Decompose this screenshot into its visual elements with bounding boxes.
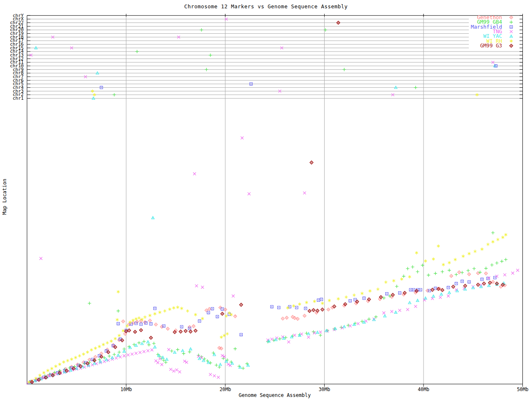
data-point-marker [165, 358, 168, 360]
data-point-marker [416, 270, 419, 273]
data-point-marker [304, 307, 307, 310]
data-point-marker [116, 318, 119, 321]
x-axis-tick-label: 40Mb [418, 387, 429, 392]
data-point-marker [176, 305, 179, 309]
data-point-marker [400, 277, 403, 281]
data-point-marker [492, 240, 495, 244]
data-point-marker [357, 322, 360, 325]
data-point-marker [308, 309, 311, 313]
data-point-marker [394, 311, 397, 313]
data-point-marker [402, 275, 405, 278]
data-point-marker [354, 298, 356, 301]
data-point-marker [147, 340, 150, 343]
data-point-marker [466, 269, 470, 272]
data-point-marker [392, 279, 395, 282]
data-point-marker [82, 352, 85, 356]
data-point-marker [164, 361, 167, 364]
data-point-marker [287, 340, 290, 343]
data-point-marker [296, 306, 298, 309]
data-point-marker [221, 312, 224, 315]
data-point-marker [167, 348, 170, 351]
data-point-marker [241, 367, 245, 370]
data-point-marker [168, 308, 171, 311]
data-point-marker [245, 362, 249, 365]
data-point-marker [320, 298, 323, 300]
data-point-marker [372, 318, 375, 321]
data-point-marker [296, 317, 299, 320]
y-axis-title: Map Location [2, 179, 7, 215]
data-point-marker [505, 233, 507, 236]
data-point-marker [434, 287, 436, 290]
data-point-marker [220, 335, 223, 339]
data-point-marker [271, 338, 273, 341]
x-axis-tick-label: 30Mb [319, 387, 330, 392]
data-point-marker [500, 260, 503, 263]
data-point-marker [293, 334, 296, 337]
data-point-marker [175, 369, 178, 372]
x-axis-title: Genome Sequence Assembly [239, 392, 310, 398]
data-point-marker [115, 357, 118, 360]
data-point-marker [293, 316, 296, 320]
data-point-marker [110, 340, 113, 343]
data-point-marker [74, 356, 77, 359]
data-point-marker [441, 270, 444, 273]
data-point-marker [349, 325, 352, 328]
data-point-marker [166, 327, 170, 330]
data-point-marker [412, 288, 415, 291]
data-point-marker [307, 336, 310, 339]
data-point-marker [281, 317, 285, 320]
data-point-marker [398, 309, 401, 312]
data-point-marker [117, 290, 120, 293]
data-point-marker [158, 311, 161, 314]
data-point-marker [205, 68, 208, 71]
data-point-marker [135, 352, 138, 355]
data-point-marker [39, 374, 42, 377]
data-point-marker [291, 315, 294, 319]
data-point-marker [510, 35, 513, 37]
data-point-marker [321, 308, 324, 311]
data-point-marker [118, 334, 121, 337]
data-point-marker [305, 332, 308, 335]
data-point-marker [47, 369, 49, 372]
data-point-marker [363, 297, 365, 299]
data-point-marker [409, 288, 412, 291]
data-point-marker [216, 315, 219, 318]
data-point-marker [138, 341, 141, 345]
data-point-marker [147, 343, 150, 347]
data-point-marker [147, 349, 150, 352]
data-point-marker [461, 271, 464, 274]
data-point-marker [327, 308, 330, 311]
data-point-marker [455, 282, 458, 285]
data-point-marker [484, 272, 488, 275]
data-point-marker [211, 308, 214, 310]
data-point-marker [180, 325, 183, 328]
data-point-marker [448, 291, 451, 293]
legend: GenethonGM99 GB4MarshfieldTNGWI YACWI RH… [471, 14, 513, 49]
data-point-marker [382, 311, 385, 314]
data-point-marker [483, 282, 486, 285]
data-point-marker [116, 309, 120, 313]
data-point-marker [285, 316, 288, 320]
data-point-marker [278, 306, 280, 309]
data-point-marker [215, 364, 218, 367]
data-point-marker [203, 357, 206, 361]
chart-title: Chromosome 12 Markers vs Genome Sequence… [0, 3, 532, 10]
data-point-marker [160, 363, 163, 366]
data-point-marker [179, 330, 182, 333]
data-point-marker [303, 314, 306, 318]
data-point-marker [153, 345, 156, 348]
data-point-marker [415, 251, 418, 254]
data-point-marker [192, 325, 195, 328]
data-point-marker [496, 238, 499, 241]
data-point-marker [219, 363, 222, 366]
data-point-marker [510, 20, 513, 24]
data-point-marker [495, 261, 498, 265]
data-point-marker [416, 299, 419, 301]
data-point-marker [478, 271, 482, 274]
data-point-marker [510, 26, 512, 28]
data-point-marker [490, 263, 494, 266]
data-point-marker [450, 274, 453, 278]
data-point-marker [408, 275, 411, 278]
data-point-marker [468, 273, 471, 276]
data-point-marker [208, 308, 211, 311]
